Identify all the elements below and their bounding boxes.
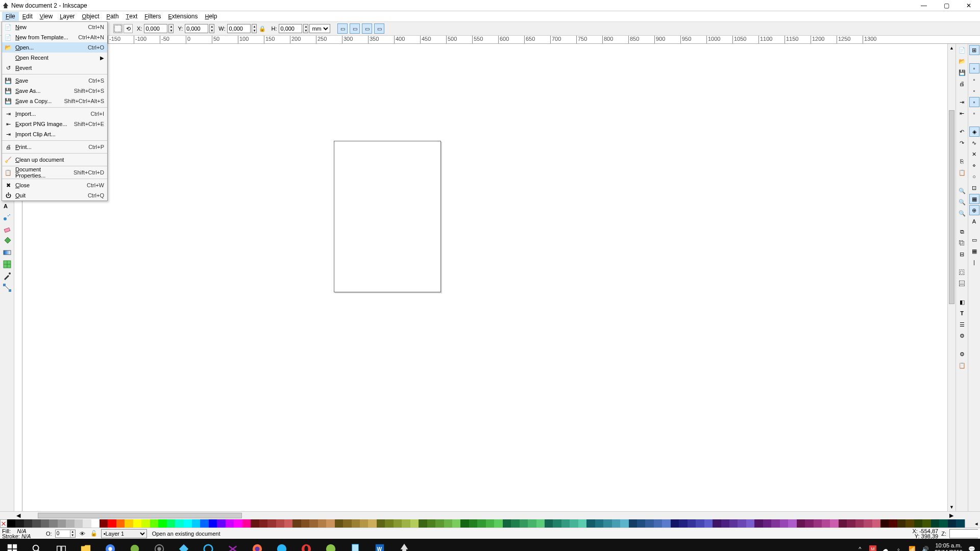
snap-enable-icon[interactable]: ⊞ [969, 45, 979, 55]
color-swatch[interactable] [200, 519, 208, 528]
color-swatch[interactable] [511, 519, 519, 528]
color-swatch[interactable] [847, 519, 855, 528]
import-icon[interactable]: ⇥ [957, 97, 967, 107]
docprops-icon[interactable]: 📋 [957, 360, 967, 370]
snap-page-icon[interactable]: ▭ [969, 235, 979, 245]
color-swatch[interactable] [435, 519, 444, 528]
rotate-button[interactable]: ⟲ [124, 24, 133, 33]
color-swatch[interactable] [721, 519, 729, 528]
file-menu-revert[interactable]: ↺Revert [2, 63, 107, 73]
color-swatch[interactable] [259, 519, 267, 528]
color-swatch[interactable] [83, 519, 91, 528]
color-swatch[interactable] [805, 519, 813, 528]
redo-icon[interactable]: ↷ [957, 138, 967, 148]
color-swatch[interactable] [58, 519, 66, 528]
tool-spray[interactable] [1, 212, 13, 223]
color-swatch[interactable] [410, 519, 419, 528]
color-swatch[interactable] [242, 519, 251, 528]
menu-text[interactable]: Text [122, 12, 141, 21]
color-swatch[interactable] [49, 519, 57, 528]
color-swatch[interactable] [671, 519, 679, 528]
taskbar-vscode[interactable] [220, 539, 245, 551]
tray-app-icon[interactable]: M [869, 545, 876, 551]
task-view-button[interactable] [49, 539, 74, 551]
duplicate-icon[interactable]: ⧉ [957, 227, 967, 237]
taskbar-app-4[interactable] [196, 539, 220, 551]
menu-layer[interactable]: Layer [56, 12, 78, 21]
zoom-drawing-icon[interactable]: 🔍 [957, 197, 967, 207]
fill-icon[interactable]: ◧ [957, 297, 967, 307]
paste-icon[interactable]: 📋 [957, 167, 967, 178]
color-swatch[interactable] [318, 519, 326, 528]
color-swatch[interactable] [889, 519, 897, 528]
color-swatch[interactable] [797, 519, 805, 528]
color-swatch[interactable] [7, 519, 15, 528]
snap-path-icon[interactable]: ∿ [969, 138, 979, 148]
color-swatch[interactable] [679, 519, 687, 528]
color-swatch[interactable] [645, 519, 653, 528]
tray-notifications-icon[interactable]: 💬 [968, 545, 976, 551]
snap-text-icon[interactable]: A [969, 216, 979, 227]
tool-connector[interactable] [1, 282, 13, 293]
color-swatch[interactable] [595, 519, 603, 528]
w-spinner[interactable]: ▲▼ [252, 24, 257, 33]
color-swatch[interactable] [948, 519, 956, 528]
color-swatch[interactable] [234, 519, 242, 528]
file-menu-open[interactable]: 📂Open...Ctrl+O [2, 42, 107, 53]
color-swatch[interactable] [486, 519, 494, 528]
color-swatch[interactable] [184, 519, 192, 528]
color-swatch[interactable] [729, 519, 738, 528]
color-swatch[interactable] [444, 519, 452, 528]
open-doc-icon[interactable]: 📂 [957, 56, 967, 66]
export-icon[interactable]: ⇤ [957, 108, 967, 118]
snap-midpoint-icon[interactable]: ▫ [969, 97, 979, 107]
snap-corner-icon[interactable]: ▫ [969, 86, 979, 96]
no-color-swatch[interactable] [0, 519, 7, 528]
color-swatch[interactable] [419, 519, 427, 528]
color-swatch[interactable] [15, 519, 23, 528]
color-swatch[interactable] [830, 519, 838, 528]
tool-eraser[interactable] [1, 223, 13, 235]
color-swatch[interactable] [158, 519, 166, 528]
color-swatch[interactable] [32, 519, 40, 528]
color-swatch[interactable] [284, 519, 292, 528]
color-swatch[interactable] [754, 519, 763, 528]
save-doc-icon[interactable]: 💾 [957, 67, 967, 78]
color-swatch[interactable] [688, 519, 696, 528]
color-swatch[interactable] [561, 519, 570, 528]
color-swatch[interactable] [553, 519, 561, 528]
layer-visibility-icon[interactable]: 👁 [79, 530, 87, 538]
snap-bbox-icon[interactable]: ▫ [969, 63, 979, 73]
tool-dropper[interactable] [1, 270, 13, 282]
select-all-button[interactable] [113, 24, 122, 33]
color-swatch[interactable] [637, 519, 645, 528]
new-doc-icon[interactable]: 📄 [957, 45, 967, 55]
color-swatch[interactable] [629, 519, 637, 528]
color-swatch[interactable] [780, 519, 788, 528]
tool-fill[interactable] [1, 235, 13, 246]
color-swatch[interactable] [528, 519, 536, 528]
tray-wifi-icon[interactable]: 📶 [908, 545, 916, 551]
color-swatch[interactable] [326, 519, 334, 528]
file-menu-save[interactable]: 💾SaveCtrl+S [2, 76, 107, 86]
color-swatch[interactable] [133, 519, 141, 528]
file-menu-save-as[interactable]: 💾Save As...Shift+Ctrl+S [2, 86, 107, 96]
color-swatch[interactable] [460, 519, 469, 528]
color-swatch[interactable] [301, 519, 309, 528]
print-icon[interactable]: 🖨 [957, 79, 967, 89]
color-swatch[interactable] [66, 519, 74, 528]
color-swatch[interactable] [335, 519, 343, 528]
color-swatch[interactable] [814, 519, 822, 528]
taskbar-chrome[interactable] [98, 539, 122, 551]
minimize-button[interactable]: — [913, 0, 935, 11]
color-swatch[interactable] [763, 519, 771, 528]
file-menu-close[interactable]: ✖CloseCtrl+W [2, 180, 107, 190]
color-swatch[interactable] [586, 519, 595, 528]
copy-icon[interactable]: ⎘ [957, 156, 967, 166]
taskbar-app-2[interactable] [147, 539, 172, 551]
menu-object[interactable]: Object [79, 12, 103, 21]
color-swatch[interactable] [788, 519, 796, 528]
h-spinner[interactable]: ▲▼ [303, 24, 308, 33]
snap-rotation-icon[interactable]: ⊕ [969, 205, 979, 215]
file-menu-export-png-image[interactable]: ⇤Export PNG Image...Shift+Ctrl+E [2, 119, 107, 129]
